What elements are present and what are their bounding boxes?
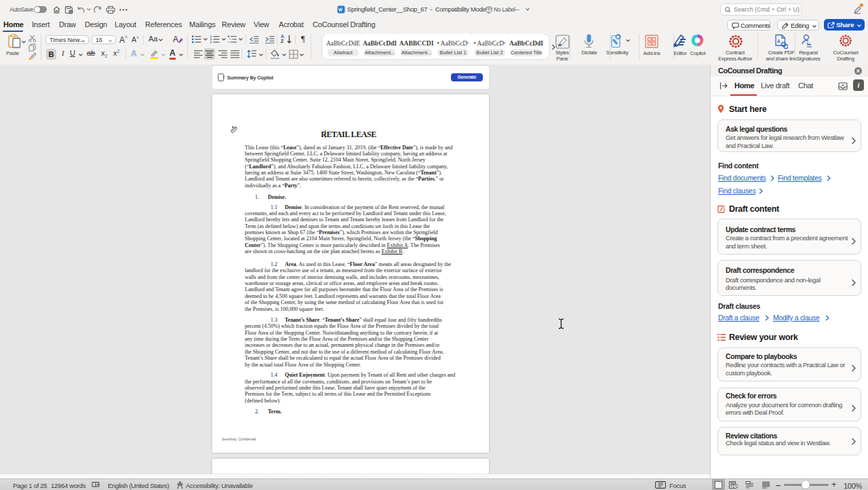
svg-text:A: A [777, 39, 781, 43]
